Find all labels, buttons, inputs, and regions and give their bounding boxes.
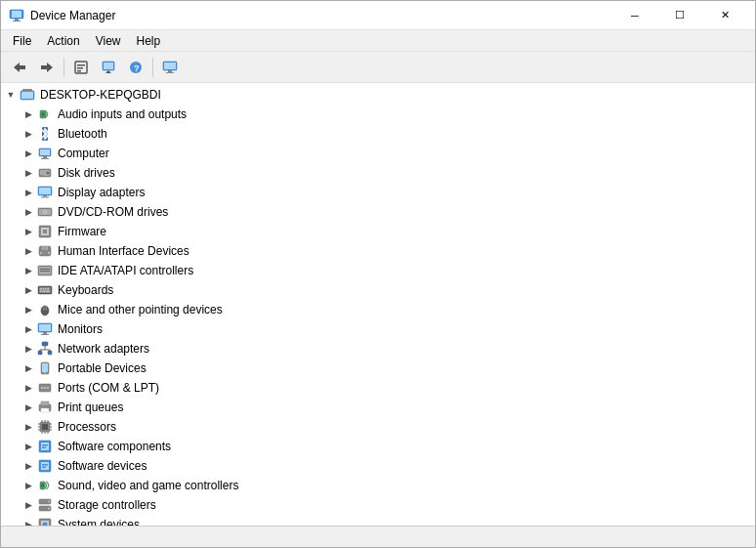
tree-item-processors[interactable]: Processors — [1, 417, 755, 437]
tree-item-storage[interactable]: Storage controllers — [1, 495, 755, 515]
tree-item-computer[interactable]: Computer — [1, 144, 755, 163]
menu-view[interactable]: View — [88, 32, 129, 50]
storage-label: Storage controllers — [58, 498, 156, 512]
hid-chevron — [21, 243, 36, 259]
help-icon: ? — [128, 60, 144, 75]
swcomp-icon — [36, 438, 54, 455]
menu-help[interactable]: Help — [129, 32, 169, 50]
svg-rect-78 — [42, 363, 48, 372]
forward-button[interactable] — [34, 56, 60, 79]
svg-rect-37 — [41, 197, 49, 198]
svg-rect-72 — [48, 351, 52, 355]
display-chevron — [21, 185, 36, 200]
svg-rect-71 — [38, 351, 42, 355]
audio-icon — [36, 105, 54, 123]
svg-rect-35 — [39, 188, 51, 194]
print-chevron — [21, 400, 36, 415]
tree-item-sound[interactable]: Sound, video and game controllers — [1, 476, 755, 495]
help-button[interactable]: ? — [123, 56, 148, 79]
svg-rect-56 — [40, 288, 42, 290]
svg-rect-69 — [41, 334, 49, 335]
disk-icon — [36, 164, 54, 182]
tree-item-keyboards[interactable]: Keyboards — [1, 280, 755, 300]
svg-rect-5 — [19, 65, 25, 69]
swdev-icon — [36, 457, 54, 475]
swdev-chevron — [21, 458, 36, 474]
menu-action[interactable]: Action — [39, 32, 87, 50]
processors-label: Processors — [58, 420, 116, 434]
audio-chevron — [21, 106, 36, 122]
update-icon — [101, 60, 116, 75]
svg-rect-13 — [104, 63, 113, 69]
network-chevron — [21, 341, 36, 357]
minimize-button[interactable]: ─ — [612, 1, 657, 30]
svg-rect-59 — [48, 288, 50, 290]
svg-rect-44 — [43, 230, 47, 233]
properties-button[interactable] — [68, 56, 94, 79]
tree-item-sysdev[interactable]: System devices — [1, 515, 755, 526]
tree-item-swdev[interactable]: Software devices — [1, 456, 755, 476]
back-button[interactable] — [7, 56, 32, 79]
svg-rect-60 — [40, 291, 42, 293]
root-label: DESKTOP-KEPQGBDI — [40, 88, 161, 102]
keyboards-label: Keyboards — [58, 283, 113, 297]
svg-point-87 — [47, 406, 49, 408]
tree-item-display[interactable]: Display adapters — [1, 183, 755, 202]
app-icon — [9, 8, 24, 23]
audio-label: Audio inputs and outputs — [58, 107, 187, 121]
tree-item-print[interactable]: Print queues — [1, 398, 755, 417]
maximize-button[interactable]: ☐ — [657, 1, 702, 30]
tree-item-bluetooth[interactable]: Bluetooth — [1, 124, 755, 144]
keyboards-chevron — [21, 282, 36, 298]
toolbar-separator-1 — [63, 58, 64, 77]
device-manager-window: Device Manager ─ ☐ ✕ File Action View He… — [0, 0, 756, 548]
tree-item-portable[interactable]: Portable Devices — [1, 358, 755, 378]
ports-label: Ports (COM & LPT) — [58, 381, 159, 395]
tree-item-ide[interactable]: IDE ATA/ATAPI controllers — [1, 261, 755, 280]
update-driver-button[interactable] — [96, 56, 121, 79]
tree-root[interactable]: DESKTOP-KEPQGBDI — [1, 85, 755, 105]
tree-item-mice[interactable]: Mice and other pointing devices — [1, 300, 755, 319]
svg-point-48 — [40, 252, 42, 254]
tree-item-dvd[interactable]: DVD/CD-ROM drives — [1, 202, 755, 222]
monitor-button[interactable] — [157, 56, 183, 79]
monitor-icon — [162, 60, 178, 75]
svg-rect-55 — [39, 287, 51, 293]
computer-icon — [36, 145, 54, 162]
tree-item-network[interactable]: Network adapters — [1, 339, 755, 358]
svg-point-81 — [41, 387, 43, 389]
tree-item-audio[interactable]: Audio inputs and outputs — [1, 105, 755, 124]
ide-label: IDE ATA/ATAPI controllers — [58, 264, 193, 277]
tree-item-disk[interactable]: Disk drives — [1, 163, 755, 183]
svg-rect-57 — [43, 288, 45, 290]
svg-rect-19 — [166, 72, 174, 73]
window-title: Device Manager — [30, 9, 115, 22]
dvd-chevron — [21, 204, 36, 220]
tree-item-monitors[interactable]: Monitors — [1, 319, 755, 339]
tree-item-firmware[interactable]: Firmware — [1, 222, 755, 241]
tree-item-ports[interactable]: Ports (COM & LPT) — [1, 378, 755, 398]
ports-chevron — [21, 380, 36, 396]
svg-rect-7 — [41, 65, 48, 69]
svg-rect-21 — [21, 92, 33, 99]
svg-rect-107 — [41, 462, 49, 470]
tree-item-hid[interactable]: Human Interface Devices — [1, 241, 755, 261]
close-button[interactable]: ✕ — [702, 1, 747, 30]
menu-file[interactable]: File — [5, 32, 39, 50]
tree-area[interactable]: DESKTOP-KEPQGBDI Audio inputs and output… — [1, 83, 755, 526]
monitors-chevron — [21, 321, 36, 337]
print-label: Print queues — [58, 400, 123, 414]
monitor-node-icon — [36, 320, 54, 338]
swcomp-label: Software components — [58, 440, 171, 453]
svg-rect-53 — [40, 271, 50, 272]
ide-icon — [36, 262, 54, 279]
firmware-chevron — [21, 224, 36, 239]
hid-label: Human Interface Devices — [58, 244, 189, 258]
title-bar-controls: ─ ☐ ✕ — [612, 1, 747, 30]
svg-rect-89 — [42, 424, 48, 430]
sound-label: Sound, video and game controllers — [58, 479, 238, 492]
tree-item-swcomp[interactable]: Software components — [1, 437, 755, 456]
svg-rect-11 — [77, 70, 81, 72]
storage-chevron — [21, 497, 36, 513]
svg-rect-109 — [42, 467, 46, 469]
